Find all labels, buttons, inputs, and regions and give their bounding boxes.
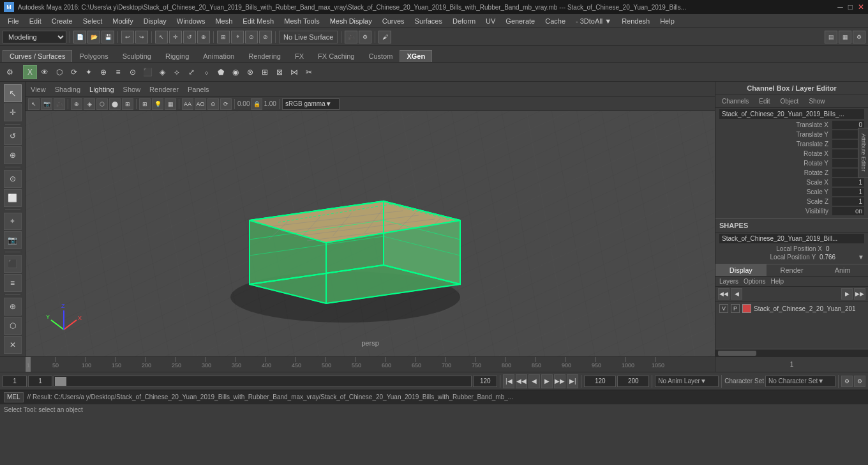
scale-tool-button[interactable]: ⊕ <box>197 31 210 43</box>
channelbox-scrollbar-h[interactable] <box>715 349 868 356</box>
lasso-tool[interactable]: ⊙ <box>4 170 22 188</box>
titlebar-controls[interactable]: ─ □ ✕ <box>837 3 864 11</box>
layer-move-btn[interactable]: ◀ <box>731 288 742 300</box>
camera-tool[interactable]: 📷 <box>4 231 22 249</box>
tab-anim[interactable]: Anim <box>817 264 868 276</box>
vp-shaded-btn[interactable]: ◈ <box>84 98 95 110</box>
play-forward-button[interactable]: ▶ <box>541 374 553 388</box>
playback-slider[interactable] <box>54 376 472 387</box>
shape-local-pos-y-value[interactable]: 0.766 <box>819 254 858 261</box>
tool-icon-10[interactable]: ◈ <box>155 65 169 79</box>
new-file-button[interactable]: 📄 <box>73 31 86 43</box>
vp-mo-btn[interactable]: ⟳ <box>220 98 232 110</box>
tab-rendering[interactable]: Rendering <box>241 50 288 62</box>
attr-scale-x-value[interactable]: 1 <box>832 178 864 187</box>
tab-custom[interactable]: Custom <box>362 50 400 62</box>
tab-fx[interactable]: FX <box>288 50 311 62</box>
vp-cam2-btn[interactable]: 🎥 <box>54 98 65 110</box>
vp-lock-btn[interactable]: 🔒 <box>251 98 262 110</box>
unknown-tool-3[interactable]: ✕ <box>4 336 22 354</box>
menu-create[interactable]: Create <box>47 16 78 26</box>
vp-textures-btn[interactable]: ⊞ <box>122 98 133 110</box>
script-type-selector[interactable]: MEL <box>4 392 24 402</box>
close-button[interactable]: ✕ <box>858 3 864 11</box>
menu-file[interactable]: File <box>3 16 24 26</box>
play-back-button[interactable]: ◀ <box>528 374 540 388</box>
render-settings-button[interactable]: ⚙ <box>359 31 371 43</box>
tool-icon-8[interactable]: ⊙ <box>126 65 140 79</box>
tool-icon-11[interactable]: ⟡ <box>170 65 184 79</box>
redo-button[interactable]: ↪ <box>135 31 148 43</box>
menu-uv[interactable]: UV <box>481 16 500 26</box>
tool-icon-5[interactable]: ✦ <box>82 65 96 79</box>
tab-fx-caching[interactable]: FX Caching <box>311 50 361 62</box>
layer-header-help[interactable]: Help <box>770 278 784 285</box>
anim-layer-dropdown[interactable]: No Anim Layer ▼ <box>655 376 719 387</box>
vp-grid-btn[interactable]: ⊞ <box>139 98 151 110</box>
layer-name-label[interactable]: Stack_of_Chinese_2_20_Yuan_201 <box>754 305 864 312</box>
cb-tab-channels[interactable]: Channels <box>718 96 752 106</box>
viewport-canvas[interactable]: X Y Z persp <box>26 111 715 356</box>
layout-button-3[interactable]: ⚙ <box>853 31 865 43</box>
rotate-tool-button[interactable]: ↺ <box>183 31 196 43</box>
tool-icon-3[interactable]: ⬡ <box>52 65 66 79</box>
playback-extra-btn[interactable]: ⚙ <box>854 376 865 387</box>
range-end-field[interactable]: 120 <box>473 376 497 387</box>
snap-grid-button[interactable]: ⊞ <box>217 31 230 43</box>
layer-playback-toggle[interactable]: P <box>731 304 740 313</box>
layer-add-btn[interactable]: ▶ <box>841 288 853 300</box>
vp-gamma-selector[interactable]: sRGB gamma ▼ <box>282 98 340 110</box>
current-frame-field[interactable]: 1 <box>3 376 27 387</box>
snap-surface-button[interactable]: ⊘ <box>259 31 272 43</box>
menu-mesh-display[interactable]: Mesh Display <box>325 16 377 26</box>
vp-iso-btn[interactable]: ⊕ <box>71 98 82 110</box>
vp-menu-lighting[interactable]: Lighting <box>87 85 117 94</box>
vp-menu-panels[interactable]: Panels <box>185 85 212 94</box>
tool-icon-19[interactable]: ⋈ <box>287 65 301 79</box>
menu-curves[interactable]: Curves <box>377 16 410 26</box>
menu-deform[interactable]: Deform <box>447 16 481 26</box>
menu-cache[interactable]: Cache <box>540 16 571 26</box>
vp-xray-btn[interactable]: ⬤ <box>109 98 121 110</box>
tool-icon-12[interactable]: ⤢ <box>184 65 198 79</box>
cb-tab-edit[interactable]: Edit <box>755 96 774 106</box>
vp-aa-btn[interactable]: AA <box>182 98 193 110</box>
tab-display[interactable]: Display <box>715 264 767 276</box>
vp-menu-shading[interactable]: Shading <box>52 85 83 94</box>
go-to-end-button[interactable]: ▶| <box>567 374 578 388</box>
tab-render[interactable]: Render <box>767 264 818 276</box>
unknown-tool-1[interactable]: ⊕ <box>4 298 22 316</box>
menu-edit-mesh[interactable]: Edit Mesh <box>237 16 279 26</box>
tab-animation[interactable]: Animation <box>196 50 241 62</box>
menu-edit[interactable]: Edit <box>24 16 47 26</box>
cb-tab-object[interactable]: Object <box>777 96 803 106</box>
vp-dof-btn[interactable]: ⊙ <box>207 98 219 110</box>
select-tool-button[interactable]: ↖ <box>155 31 168 43</box>
select-tool[interactable]: ↖ <box>4 84 22 102</box>
menu-3dto-all[interactable]: - 3DtoAll ▼ <box>571 16 617 26</box>
save-file-button[interactable]: 💾 <box>101 31 114 43</box>
outliner-tool[interactable]: ≡ <box>4 274 22 292</box>
snap-tool[interactable]: ⌖ <box>4 213 22 231</box>
tab-curves-surfaces[interactable]: Curves / Surfaces <box>3 50 72 62</box>
tool-icon-13[interactable]: ⬦ <box>199 65 213 79</box>
open-file-button[interactable]: 📂 <box>87 31 100 43</box>
tool-icon-2[interactable]: 👁 <box>38 65 52 79</box>
render-button[interactable]: 🎥 <box>345 31 357 43</box>
tool-icon-1[interactable]: X <box>23 65 37 79</box>
vp-shadow-btn[interactable]: ▦ <box>165 98 176 110</box>
snap-point-button[interactable]: ⊙ <box>245 31 258 43</box>
tool-icon-16[interactable]: ⊗ <box>243 65 257 79</box>
vp-select-btn[interactable]: ↖ <box>28 98 40 110</box>
step-forward-button[interactable]: ▶▶ <box>554 374 565 388</box>
minimize-button[interactable]: ─ <box>837 3 843 11</box>
vp-ao-btn[interactable]: AO <box>195 98 206 110</box>
viewport[interactable]: View Shading Lighting Show Renderer Pane… <box>26 82 715 356</box>
anim-end-field[interactable]: 120 <box>584 376 616 387</box>
tool-icon-17[interactable]: ⊞ <box>258 65 272 79</box>
snap-curve-button[interactable]: ⌖ <box>231 31 244 43</box>
shape-local-pos-y-expand[interactable]: ▼ <box>858 254 864 261</box>
attr-visibility-value[interactable]: on <box>832 207 864 215</box>
rotate-tool[interactable]: ↺ <box>4 127 22 145</box>
range-start-field[interactable]: 1 <box>28 376 52 387</box>
